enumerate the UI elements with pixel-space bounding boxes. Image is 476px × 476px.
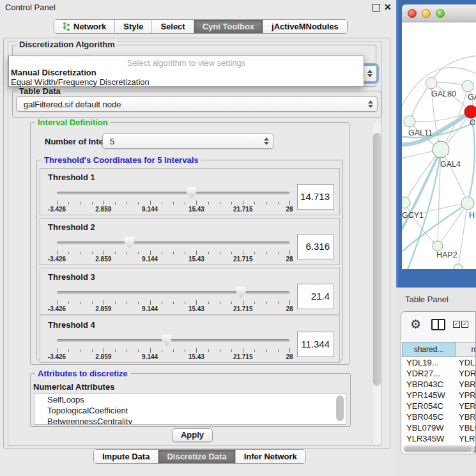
threshold-slider[interactable]: -3.4262.8599.14415.4321.71528	[56, 334, 291, 362]
table-row[interactable]: YLR345WYLR3	[402, 433, 476, 444]
network-edge[interactable]	[402, 150, 441, 236]
network-window-titlebar[interactable]	[402, 4, 476, 22]
tick-mark	[150, 348, 151, 353]
table-rows: YDL19...YDL1YDR27...YDR2YBR043CYBR0YPR14…	[402, 357, 476, 454]
table-row[interactable]: YDL19...YDL1	[402, 357, 476, 368]
slider-track[interactable]	[57, 291, 289, 295]
tick-mark	[57, 300, 58, 305]
network-node[interactable]	[454, 264, 463, 269]
gear-icon[interactable]: ⚙	[410, 317, 421, 332]
combo-stepper-icon[interactable]	[264, 137, 269, 145]
tick-mark	[138, 202, 139, 204]
tick-mark	[150, 201, 151, 205]
checkbox-icon[interactable]: ✓	[461, 321, 468, 328]
tick-label: 28	[286, 353, 293, 360]
network-node[interactable]	[404, 116, 415, 127]
bottom-tab-impute-data[interactable]: Impute Data	[94, 450, 158, 463]
column-header-name[interactable]: name	[456, 342, 476, 357]
tick-mark	[266, 252, 267, 254]
tick-mark	[278, 202, 279, 204]
combo-stepper-icon[interactable]	[367, 70, 372, 77]
network-edge[interactable]	[441, 150, 468, 203]
column-header-shared-name[interactable]: shared...	[402, 342, 456, 357]
close-icon[interactable]: ✕	[384, 2, 392, 12]
slider-handle[interactable]	[125, 237, 134, 249]
slider-handle[interactable]	[236, 287, 246, 298]
tab-style[interactable]: Style	[114, 20, 151, 33]
table-data-title: Table Data	[17, 86, 63, 96]
bottom-tab-infer-network[interactable]: Infer Network	[235, 450, 305, 463]
attribute-list-item[interactable]: TopologicalCoefficient	[35, 405, 346, 416]
thresholds-group-title: Threshold's Coordinates for 5 Intervals	[42, 155, 201, 165]
table-row[interactable]: YBL079WYBL0	[402, 422, 476, 433]
threshold-value-field[interactable]: 11.344	[297, 332, 334, 357]
network-node[interactable]	[426, 77, 437, 89]
network-node[interactable]	[461, 197, 474, 210]
network-node[interactable]	[433, 141, 449, 158]
slider-track[interactable]	[57, 192, 289, 195]
table-row[interactable]: YPR145WYPR1	[402, 390, 476, 401]
threshold-slider[interactable]: -3.4262.8599.14415.4321.71528	[56, 187, 291, 215]
tab-network[interactable]: Network	[54, 20, 114, 33]
node-label: H	[469, 211, 475, 220]
tick-mark	[231, 302, 232, 304]
network-canvas[interactable]: GAL80GACGAL11GAL4GCY1HHAP2	[402, 22, 476, 269]
number-of-intervals-combobox[interactable]: 5	[102, 134, 273, 149]
combo-stepper-icon[interactable]	[368, 100, 373, 108]
zoom-traffic-light-icon[interactable]	[436, 9, 445, 18]
tick-label: 9.144	[142, 305, 158, 312]
tab-select[interactable]: Select	[151, 20, 193, 33]
minimize-traffic-light-icon[interactable]	[422, 9, 431, 18]
slider-tick-labels: -3.4262.8599.14415.4321.71528	[57, 305, 289, 313]
apply-button[interactable]: Apply	[172, 428, 213, 442]
tick-mark	[162, 252, 162, 254]
network-node[interactable]	[464, 105, 476, 118]
table-row[interactable]: YER054CYER0	[402, 401, 476, 411]
threshold-value-field[interactable]: 6.316	[297, 234, 334, 259]
slider-track[interactable]	[57, 339, 289, 342]
popup-item-equal-width-frequency[interactable]: Equal Width/Frequency Discretization	[11, 77, 150, 87]
network-node[interactable]	[402, 197, 410, 208]
network-edge[interactable]	[404, 150, 441, 203]
close-traffic-light-icon[interactable]	[408, 9, 417, 18]
cell-name: YPR1	[456, 390, 476, 401]
tick-label: 2.859	[95, 206, 111, 213]
attribute-list-item[interactable]: BetweennessCentrality	[35, 416, 346, 425]
tick-label: 28	[286, 256, 293, 263]
network-node[interactable]	[433, 241, 443, 251]
tick-mark	[68, 302, 69, 304]
attribute-list-item[interactable]: SelfLoops	[35, 394, 346, 405]
threshold-slider[interactable]: -3.4262.8599.14415.4321.71528	[56, 236, 291, 265]
bottom-tab-label: Discretize Data	[167, 452, 226, 461]
control-panel: Control Panel ✕ NetworkStyleSelectCyni T…	[0, 0, 396, 476]
tab-cyni-toolbox[interactable]: Cyni Toolbox	[194, 20, 263, 33]
checkbox-icon[interactable]: ✓	[453, 321, 460, 328]
tick-mark	[162, 202, 162, 204]
tab-jactivemnodules[interactable]: jActiveMNodules	[263, 20, 347, 33]
slider-track[interactable]	[57, 242, 289, 245]
slider-handle[interactable]	[187, 187, 196, 199]
tick-mark	[231, 349, 232, 352]
tick-mark	[243, 300, 243, 305]
table-data-combobox[interactable]: galFiltered.sif default node	[16, 96, 378, 112]
network-node[interactable]	[462, 81, 473, 92]
table-hscrollbar-thumb[interactable]	[404, 447, 472, 452]
network-edge[interactable]	[458, 203, 468, 268]
attributes-scrollbar-thumb[interactable]	[336, 395, 344, 421]
float-panel-icon[interactable]	[372, 4, 380, 12]
popup-item-manual-discretization[interactable]: Manual Discretization	[11, 68, 96, 77]
slider-handle[interactable]	[162, 335, 171, 346]
tick-label: 2.859	[95, 256, 111, 263]
network-edge[interactable]	[438, 203, 468, 246]
threshold-value-field[interactable]: 14.713	[297, 184, 334, 210]
table-row[interactable]: YDR27...YDR2	[402, 368, 476, 379]
panel-scrollbar-thumb[interactable]	[373, 133, 381, 386]
bottom-tab-discretize-data[interactable]: Discretize Data	[158, 450, 234, 463]
network-edge[interactable]	[404, 203, 438, 246]
threshold-slider[interactable]: -3.4262.8599.14415.4321.71528	[56, 286, 291, 314]
table-row[interactable]: YBR043CYBR0	[402, 379, 476, 390]
table-hscrollbar-track[interactable]	[403, 445, 475, 452]
threshold-value-field[interactable]: 21.4	[297, 284, 334, 309]
split-columns-icon[interactable]	[431, 319, 445, 330]
table-row[interactable]: YBR045CYBR0	[402, 411, 476, 422]
